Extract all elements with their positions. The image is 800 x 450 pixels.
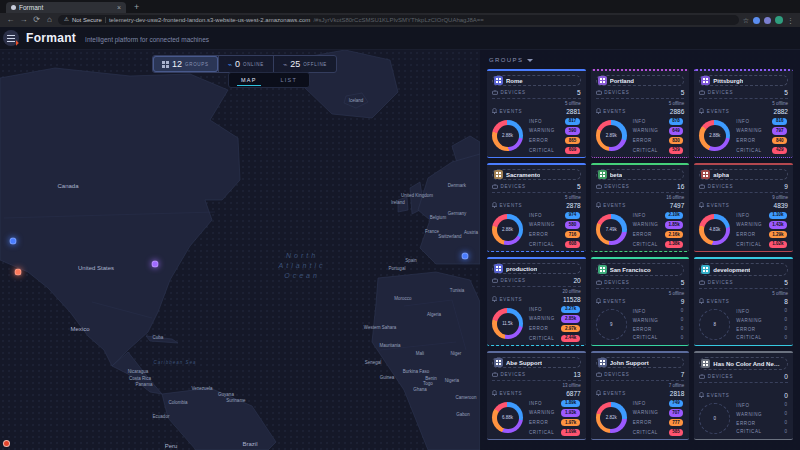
legend-value-pill: 0: [784, 429, 787, 435]
legend-value-pill: 0: [784, 317, 787, 323]
url-bar[interactable]: ⚠ Not Secure telemetry-dev-usw2-frontend…: [58, 15, 739, 25]
group-card[interactable]: Sacramento DEVICES 5 5 offline EVENTS: [487, 163, 586, 252]
groups-panel-title: GROUPS: [489, 57, 523, 63]
legend-value-pill: 1.10k: [769, 212, 787, 219]
events-donut-chart: 0: [699, 403, 730, 434]
events-count: 2878: [566, 202, 580, 209]
formant-logo[interactable]: [3, 30, 19, 46]
group-card-header[interactable]: development: [699, 263, 788, 276]
group-card-header[interactable]: San Francisco: [596, 263, 685, 276]
legend-value-pill: 585: [669, 429, 684, 436]
extension-icon[interactable]: [764, 17, 771, 24]
back-button[interactable]: ←: [6, 16, 15, 24]
legend-value-pill: 0: [784, 402, 787, 408]
legend-label: CRITICAL: [736, 242, 768, 247]
tab-map[interactable]: MAP: [229, 73, 269, 87]
legend-value-pill: 609: [565, 147, 580, 154]
group-card[interactable]: Abe Support DEVICES 13 13 offline EVENTS: [487, 351, 586, 440]
group-card-header[interactable]: Has No Color And Never Will: [699, 357, 788, 370]
brand-tagline: Intelligent platform for connected machi…: [85, 36, 209, 43]
legend-label: INFO: [736, 403, 784, 408]
forward-button[interactable]: →: [19, 16, 28, 24]
group-card-header[interactable]: Portland: [596, 75, 685, 86]
events-count: 0: [784, 392, 788, 399]
security-label: Not Secure: [72, 17, 102, 23]
offline-count: 5 offline: [492, 195, 581, 200]
donut-center-value: 4.83k: [699, 214, 730, 245]
device-marker[interactable]: [10, 238, 17, 245]
devices-label: DEVICES: [708, 90, 733, 95]
group-card-header[interactable]: alpha: [699, 169, 788, 180]
group-card[interactable]: Has No Color And Never Will DEVICES 0 EV…: [694, 351, 793, 440]
legend-value-pill: 777: [669, 419, 684, 426]
group-card-header[interactable]: Rome: [492, 75, 581, 86]
events-label: EVENTS: [603, 391, 626, 396]
legend-row: WARNING707: [633, 409, 684, 416]
events-bell-icon: [492, 202, 497, 208]
group-card[interactable]: Rome DEVICES 5 5 offline EVENTS 288: [487, 69, 586, 158]
offline-count: 5 offline: [596, 101, 685, 106]
legend-label: INFO: [633, 213, 665, 218]
devices-progress: [699, 192, 788, 193]
offline-count: 5 offline: [492, 101, 581, 106]
legend-row: INFO0: [633, 308, 684, 314]
events-count: 7497: [670, 202, 684, 209]
group-card[interactable]: John Support DEVICES 7 7 offline EVENTS: [591, 351, 690, 440]
groups-panel-header[interactable]: GROUPS: [489, 57, 793, 63]
browser-menu-icon[interactable]: ⋮: [787, 17, 794, 24]
group-card-header[interactable]: John Support: [596, 357, 685, 368]
extension-icon[interactable]: [753, 17, 760, 24]
legend-row: WARNING1.43k: [736, 221, 787, 228]
tab-close-icon[interactable]: ×: [117, 4, 121, 11]
devices-count: 13: [573, 371, 580, 378]
group-card[interactable]: production DEVICES 20 20 offline EVENTS: [487, 257, 586, 346]
group-card[interactable]: San Francisco DEVICES 5 5 offline EVENTS: [591, 257, 690, 346]
legend-row: INFO0: [736, 402, 787, 408]
legend-value-pill: 797: [772, 127, 787, 134]
devices-count: 16: [677, 183, 684, 190]
stat-offline[interactable]: ⌁ 25 OFFLINE: [274, 56, 336, 72]
group-card[interactable]: Pittsburgh DEVICES 5 5 offline EVENTS: [694, 69, 793, 158]
browser-tab[interactable]: Formant ×: [6, 2, 126, 13]
device-icon: [492, 278, 498, 283]
group-card-header[interactable]: Pittsburgh: [699, 75, 788, 86]
devices-progress: [596, 98, 685, 99]
legend-label: WARNING: [633, 128, 669, 133]
device-marker[interactable]: [462, 253, 469, 260]
profile-avatar[interactable]: [775, 16, 783, 24]
legend-row: WARNING1.85k: [633, 221, 684, 228]
legend-row: WARNING0: [736, 411, 787, 417]
bookmark-star-icon[interactable]: ☆: [743, 17, 749, 24]
not-secure-icon: ⚠: [64, 17, 69, 23]
legend-value-pill: 1.09k: [561, 429, 579, 436]
device-marker[interactable]: [152, 261, 159, 268]
tab-list[interactable]: LIST: [269, 73, 309, 87]
reload-button[interactable]: ⟳: [32, 16, 41, 24]
devices-count: 20: [573, 277, 580, 284]
group-card-header[interactable]: Abe Support: [492, 357, 581, 368]
group-name: Portland: [610, 78, 634, 84]
group-card[interactable]: Portland DEVICES 5 5 offline EVENTS: [591, 69, 690, 158]
device-marker[interactable]: [15, 269, 22, 276]
events-legend: INFO1.89kWARNING1.93kERROR1.97kCRITICAL1…: [529, 400, 581, 437]
device-icon: [492, 372, 498, 377]
group-card-header[interactable]: beta: [596, 169, 685, 180]
group-card-header[interactable]: production: [492, 263, 581, 274]
stat-groups[interactable]: 12 GROUPS: [153, 56, 218, 72]
legend-row: WARNING649: [633, 127, 684, 134]
new-tab-button[interactable]: +: [134, 3, 139, 12]
home-button[interactable]: ⌂: [45, 16, 54, 24]
donut-center-value: 0: [700, 404, 729, 433]
events-count: 9: [681, 298, 685, 305]
devices-label: DEVICES: [501, 184, 526, 189]
group-card[interactable]: development DEVICES 5 5 offline EVENTS: [694, 257, 793, 346]
legend-label: INFO: [736, 309, 784, 314]
events-bell-icon: [699, 298, 704, 304]
stat-online[interactable]: ⌁ 0 ONLINE: [219, 56, 273, 72]
legend-row: CRITICAL1.02k: [736, 241, 787, 248]
legend-value-pill: 1.85k: [665, 221, 683, 228]
group-card-header[interactable]: Sacramento: [492, 169, 581, 180]
group-card[interactable]: beta DEVICES 16 16 offline EVENTS 7: [591, 163, 690, 252]
legend-label: ERROR: [736, 232, 768, 237]
group-card[interactable]: alpha DEVICES 9 9 offline EVENTS 48: [694, 163, 793, 252]
